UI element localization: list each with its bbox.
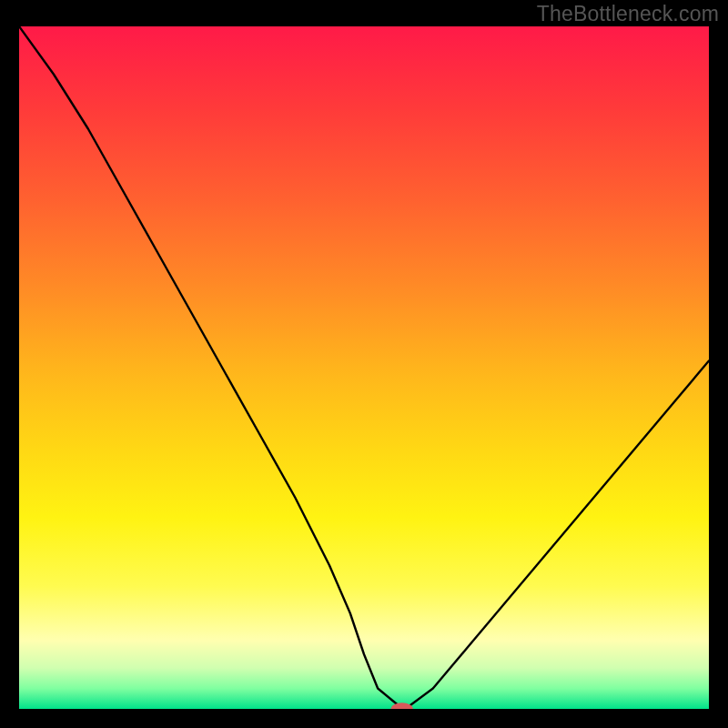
gradient-background xyxy=(19,26,709,709)
chart-frame: TheBottleneck.com xyxy=(0,0,728,728)
bottleneck-chart xyxy=(19,26,709,709)
watermark-text: TheBottleneck.com xyxy=(537,2,719,26)
